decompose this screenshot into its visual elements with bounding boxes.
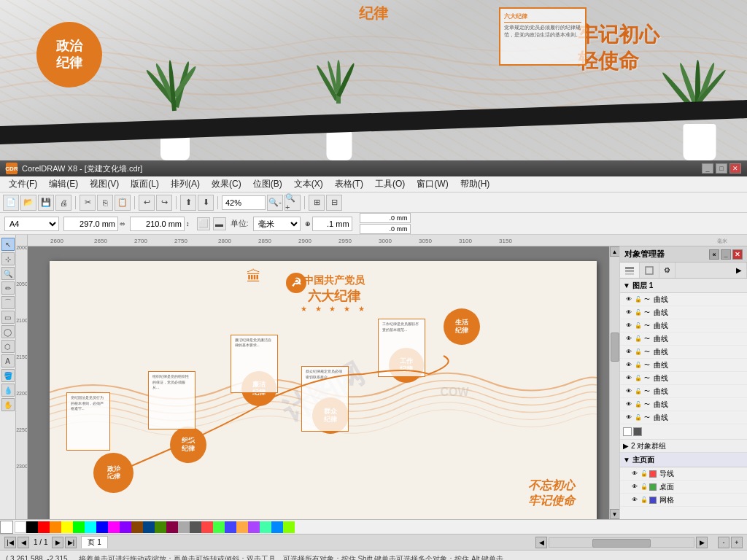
scroll-down-btn[interactable]: ▼ xyxy=(610,509,620,519)
save-btn[interactable]: 💾 xyxy=(38,195,54,211)
color-dark-red[interactable] xyxy=(131,521,143,533)
color-dark-green[interactable] xyxy=(155,521,166,533)
x-coord-input[interactable] xyxy=(360,213,411,223)
color-blue[interactable] xyxy=(96,521,108,533)
color-magenta[interactable] xyxy=(108,521,120,533)
snap-input[interactable] xyxy=(312,217,352,231)
color-green[interactable] xyxy=(73,521,85,533)
last-page-btn[interactable]: ▶| xyxy=(65,537,77,548)
color-light-purple[interactable] xyxy=(248,521,260,533)
node-tool[interactable]: ⊹ xyxy=(1,252,15,265)
import-btn[interactable]: ⬆ xyxy=(180,195,196,211)
color-light-orange[interactable] xyxy=(236,521,248,533)
panel-min-btn[interactable]: _ xyxy=(721,249,731,260)
color-purple[interactable] xyxy=(120,521,131,533)
paper-size-select[interactable]: A4 xyxy=(4,217,59,231)
h-scroll-thumb[interactable] xyxy=(592,539,650,548)
color-maroon[interactable] xyxy=(166,521,178,533)
vertical-scrollbar[interactable]: ▲ ▼ xyxy=(609,246,619,519)
ellipse-tool[interactable]: ◯ xyxy=(1,325,15,338)
obj-curve-10[interactable]: 👁 🔓 〜 曲线 xyxy=(620,411,747,424)
zoom-tool[interactable]: 🔍 xyxy=(1,267,15,280)
scroll-right-btn[interactable]: ▶ xyxy=(696,537,708,548)
no-color-swatch[interactable] xyxy=(0,521,13,534)
scroll-thumb[interactable] xyxy=(611,332,619,362)
obj-curve-6[interactable]: 👁 🔓 〜 曲线 xyxy=(620,359,747,372)
first-page-btn[interactable]: |◀ xyxy=(4,537,16,548)
select-tool[interactable]: ↖ xyxy=(1,238,15,251)
new-btn[interactable]: 📄 xyxy=(3,195,19,211)
color-white[interactable] xyxy=(15,521,26,533)
close-button[interactable]: ✕ xyxy=(729,163,741,174)
freehand-tool[interactable]: ✏ xyxy=(1,281,15,295)
color-light-green[interactable] xyxy=(213,521,225,533)
color-red[interactable] xyxy=(38,521,50,533)
menu-text[interactable]: 文本(X) xyxy=(288,176,329,192)
sublayer-guide[interactable]: 👁 🔓 导线 xyxy=(620,467,747,481)
rect-tool[interactable]: ▭ xyxy=(1,311,15,324)
obj-curve-9[interactable]: 👁 🔓 〜 曲线 xyxy=(620,398,747,411)
color-mint[interactable] xyxy=(260,521,271,533)
landscape-btn[interactable]: ▬ xyxy=(213,217,226,230)
bezier-tool[interactable]: ⌒ xyxy=(1,296,15,309)
color-teal[interactable] xyxy=(271,521,283,533)
eyedropper-tool[interactable]: 💧 xyxy=(1,384,15,397)
prev-page-btn[interactable]: ◀ xyxy=(18,537,29,548)
menu-bitmap[interactable]: 位图(B) xyxy=(247,176,288,192)
page-tab-1[interactable]: 页 1 xyxy=(81,536,107,548)
cut-btn[interactable]: ✂ xyxy=(80,195,96,211)
fill-tool[interactable]: 🪣 xyxy=(1,369,15,382)
color-dark-blue[interactable] xyxy=(143,521,155,533)
y-coord-input[interactable] xyxy=(360,224,411,234)
menu-tools[interactable]: 工具(O) xyxy=(369,176,411,192)
zoom-page-btn[interactable]: ⊟ xyxy=(326,195,342,211)
menu-edit[interactable]: 编辑(E) xyxy=(43,176,84,192)
group-item[interactable]: ▶ 2 对象群组 xyxy=(620,440,747,453)
obj-curve-3[interactable]: 👁 🔓 〜 曲线 xyxy=(620,319,747,332)
pan-tool[interactable]: ✋ xyxy=(1,398,15,411)
fill-color-none[interactable] xyxy=(623,427,632,436)
next-page-btn[interactable]: ▶ xyxy=(52,537,63,548)
fill-color-dark[interactable] xyxy=(633,427,642,436)
width-input[interactable] xyxy=(63,217,118,231)
color-gray[interactable] xyxy=(178,521,190,533)
zoom-increase-btn[interactable]: + xyxy=(731,537,743,548)
sublayer-grid[interactable]: 👁 🔓 网格 xyxy=(620,494,747,507)
minimize-button[interactable]: _ xyxy=(702,163,713,174)
text-tool[interactable]: A xyxy=(1,354,15,368)
color-cyan[interactable] xyxy=(85,521,96,533)
scroll-up-btn[interactable]: ▲ xyxy=(610,246,620,257)
undo-btn[interactable]: ↩ xyxy=(139,195,155,211)
tab-layers[interactable] xyxy=(620,262,640,278)
polygon-tool[interactable]: ⬡ xyxy=(1,340,15,353)
color-yellow[interactable] xyxy=(61,521,73,533)
portrait-btn[interactable]: ⬜ xyxy=(197,217,210,230)
sublayer-desktop[interactable]: 👁 🔓 桌面 xyxy=(620,481,747,494)
obj-curve-2[interactable]: 👁 🔓 〜 曲线 xyxy=(620,306,747,319)
paste-btn[interactable]: 📋 xyxy=(115,195,131,211)
zoom-fit-btn[interactable]: ⊞ xyxy=(309,195,325,211)
color-dark-gray[interactable] xyxy=(190,521,201,533)
height-input[interactable] xyxy=(130,217,185,231)
copy-btn[interactable]: ⎘ xyxy=(97,195,113,211)
panel-close-btn[interactable]: ✕ xyxy=(732,249,743,260)
zoom-in-btn[interactable]: 🔍+ xyxy=(285,195,301,211)
color-lime[interactable] xyxy=(283,521,295,533)
obj-curve-1[interactable]: 👁 🔓 〜 曲线 xyxy=(620,293,747,306)
zoom-out-btn[interactable]: 🔍- xyxy=(267,195,283,211)
menu-effects[interactable]: 效果(C) xyxy=(206,176,247,192)
zoom-decrease-btn[interactable]: - xyxy=(718,537,729,548)
tab-objects[interactable] xyxy=(640,262,659,278)
tab-settings[interactable]: ⚙ xyxy=(659,262,676,278)
maximize-button[interactable]: □ xyxy=(716,163,727,174)
obj-curve-8[interactable]: 👁 🔓 〜 曲线 xyxy=(620,385,747,398)
color-orange[interactable] xyxy=(50,521,61,533)
obj-curve-7[interactable]: 👁 🔓 〜 曲线 xyxy=(620,372,747,385)
export-btn[interactable]: ⬇ xyxy=(198,195,214,211)
menu-file[interactable]: 文件(F) xyxy=(3,176,43,192)
color-light-blue[interactable] xyxy=(225,521,236,533)
color-light-red[interactable] xyxy=(201,521,213,533)
open-btn[interactable]: 📂 xyxy=(20,195,36,211)
menu-table[interactable]: 表格(T) xyxy=(329,176,369,192)
canvas-wrapper[interactable]: 计图网 COW 🏛 ☭ xyxy=(28,246,619,519)
